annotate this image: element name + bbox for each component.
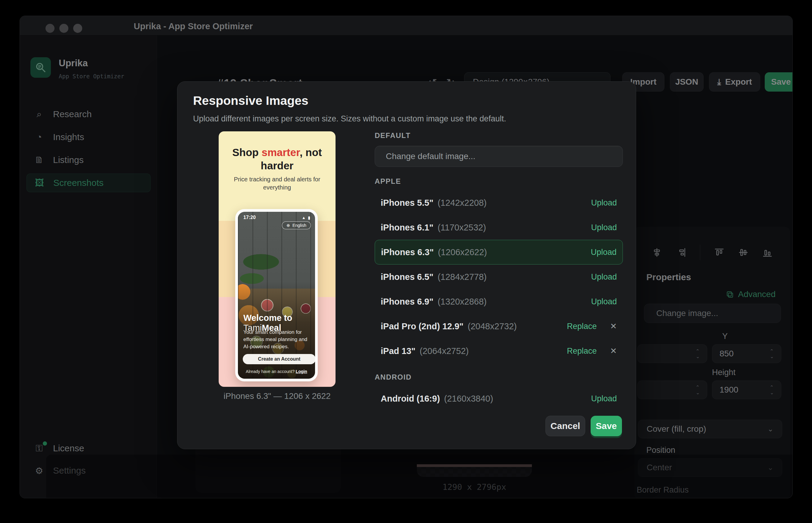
upload-link[interactable]: Upload — [591, 272, 617, 282]
device-row-iphone-6-1[interactable]: iPhones 6.1" (1170x2532) Upload — [375, 217, 623, 237]
upload-link[interactable]: Upload — [591, 198, 617, 208]
preview-caption: iPhones 6.3" — 1206 x 2622 — [219, 391, 335, 401]
device-row-iphone-6-9[interactable]: iPhones 6.9" (1320x2868) Upload — [375, 292, 623, 311]
screen: Uprika - App Store Optimizer Uprika App … — [0, 0, 812, 523]
upload-link[interactable]: Upload — [591, 394, 617, 403]
language-pill: ⊕ English — [282, 221, 311, 229]
device-row-iphone-6-3-selected[interactable]: iPhones 6.3" (1206x2622) Upload — [375, 240, 623, 265]
upload-link[interactable]: Upload — [591, 297, 617, 306]
change-default-image-button[interactable]: Change default image... — [375, 146, 623, 167]
device-row-ipad-13[interactable]: iPad 13" (2064x2752) Replace ✕ — [375, 341, 623, 361]
phone-statusbar: 17:20 ▲▮ — [238, 212, 315, 220]
preview-subheadline: Price tracking and deal alerts for every… — [231, 175, 324, 192]
globe-icon: ⊕ — [287, 223, 290, 228]
responsive-images-modal: Responsive Images Upload different image… — [177, 82, 636, 449]
modal-title: Responsive Images — [193, 94, 309, 108]
save-button[interactable]: Save — [591, 416, 622, 436]
android-section-label: ANDROID — [375, 373, 623, 381]
create-account-button: Create an Account — [243, 354, 315, 364]
default-section-label: DEFAULT — [375, 131, 623, 140]
android-device-rows: Android (16:9) (2160x3840) Upload — [375, 384, 623, 409]
modal-subtitle: Upload different images per screen size.… — [193, 114, 506, 124]
phone-screen-photo: 17:20 ▲▮ ⊕ English Welcome to TamiMeal Y… — [238, 212, 315, 379]
remove-image-icon[interactable]: ✕ — [610, 346, 617, 356]
modal-actions: Cancel Save — [546, 416, 622, 436]
phone-mockup: 17:20 ▲▮ ⊕ English Welcome to TamiMeal Y… — [235, 209, 318, 381]
upload-link[interactable]: Upload — [591, 223, 617, 232]
language-label: English — [293, 223, 306, 228]
device-row-android-16-9[interactable]: Android (16:9) (2160x3840) Upload — [375, 389, 623, 409]
replace-link[interactable]: Replace — [567, 322, 597, 331]
battery-icon: ▮ — [308, 215, 310, 220]
clock-label: 17:20 — [243, 215, 256, 220]
replace-link[interactable]: Replace — [567, 346, 597, 356]
preview-headline: Shop smarter, not harder — [219, 146, 335, 172]
login-link: Login — [296, 369, 307, 374]
phone-tagline: Your smart companion for effortless meal… — [243, 329, 313, 350]
login-line: Already have an account? Login — [238, 369, 315, 374]
device-row-iphone-6-5[interactable]: iPhones 6.5" (1284x2778) Upload — [375, 267, 623, 287]
wifi-icon: ▲ — [302, 215, 306, 220]
cancel-button[interactable]: Cancel — [546, 416, 585, 436]
modal-size-list: DEFAULT Change default image... APPLE iP… — [375, 131, 623, 409]
apple-device-rows: iPhones 5.5" (1242x2208) Upload iPhones … — [375, 188, 623, 361]
device-row-iphone-5-5[interactable]: iPhones 5.5" (1242x2208) Upload — [375, 193, 623, 213]
device-row-ipad-pro[interactable]: iPad Pro (2nd) 12.9" (2048x2732) Replace… — [375, 316, 623, 336]
remove-image-icon[interactable]: ✕ — [610, 322, 617, 331]
upload-link[interactable]: Upload — [591, 248, 616, 257]
apple-section-label: APPLE — [375, 177, 623, 185]
screenshot-preview: Shop smarter, not harder Price tracking … — [219, 131, 335, 387]
